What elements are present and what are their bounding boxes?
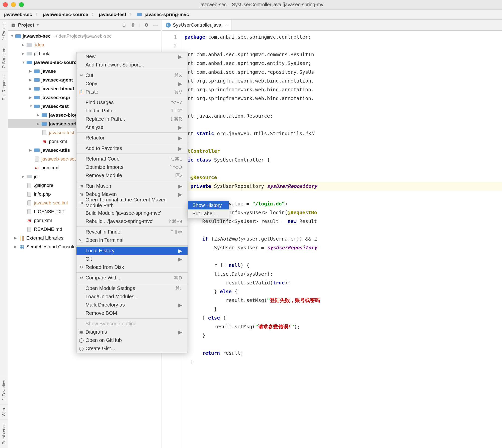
rail-structure[interactable]: 7: Structure [0, 44, 8, 72]
dropdown-icon[interactable]: ▼ [36, 23, 39, 27]
menu-item[interactable]: Reformat Code⌥⌘L [76, 155, 188, 163]
crumb-sep: 〉 [35, 11, 40, 18]
tab-label: SysUserController.java [173, 22, 221, 28]
menu-item[interactable]: Open Module Settings⌘↓ [76, 284, 188, 292]
menu-shortcut: ⌃⇧⇄ [170, 229, 182, 235]
code-area[interactable]: package com.anbai.sec.springmvc.controll… [181, 31, 502, 448]
project-header: ▦ Project ▼ ⊕ ⇵ | ⚙ — [8, 20, 161, 31]
menu-item-label: Rebuild ...'javasec-spring-mvc' [86, 218, 153, 224]
menu-item-label: Refactor [86, 135, 105, 141]
menu-item-icon: m [78, 192, 84, 197]
menu-item-icon: ◯ [78, 346, 84, 351]
tree-item[interactable]: ▶.idea [8, 40, 161, 49]
rail-web[interactable]: Web [0, 404, 8, 420]
context-menu[interactable]: New▶Add Framework Support...✂Cut⌘XCopy▶📋… [76, 52, 188, 353]
crumb-0[interactable]: javaweb-sec [4, 12, 32, 17]
editor-panel: C SysUserController.java × 12 package co… [162, 20, 502, 448]
menu-item[interactable]: ✂Cut⌘X [76, 71, 188, 80]
project-view-icon[interactable]: ▦ [11, 22, 16, 28]
rail-pull-requests[interactable]: Pull Requests [0, 72, 8, 104]
menu-item-label: Compare With... [86, 275, 122, 281]
menu-item[interactable]: Copy▶ [76, 80, 188, 88]
zoom-button[interactable] [19, 2, 24, 7]
menu-item[interactable]: Analyze▶ [76, 123, 188, 131]
close-button[interactable] [3, 2, 8, 7]
menu-item[interactable]: Optimize Imports⌃⌥O [76, 163, 188, 171]
collapse-all-icon[interactable]: ⇵ [130, 22, 136, 28]
menu-item[interactable]: Find in Path...⇧⌘F [76, 107, 188, 115]
breadcrumb[interactable]: javaweb-sec〉 javaweb-sec-source〉 javasec… [0, 10, 502, 20]
menu-item-label: Reformat Code [86, 156, 120, 162]
minimize-button[interactable] [11, 2, 16, 7]
rail-persistence[interactable]: Persistence [0, 420, 8, 448]
menu-item[interactable]: ◯Open on GitHub [76, 336, 188, 344]
hide-icon[interactable]: — [153, 22, 158, 28]
menu-item[interactable]: Replace in Path...⇧⌘R [76, 115, 188, 123]
menu-item-label: Paste [86, 89, 98, 95]
menu-separator [76, 132, 188, 133]
submenu-arrow-icon: ▶ [178, 145, 182, 152]
local-history-submenu[interactable]: Show HistoryPut Label... [188, 201, 229, 218]
menu-shortcut: ⌘X [174, 72, 182, 78]
folder-icon [137, 13, 142, 16]
left-tool-rail: 1: Project 7: Structure Pull Requests 2:… [0, 20, 8, 448]
tree-root[interactable]: ▼javaweb-sec~/IdeaProjects/javaweb-sec [8, 32, 161, 40]
menu-item[interactable]: Find Usages⌥F7 [76, 98, 188, 107]
menu-item[interactable]: mOpen Terminal at the Current Maven Modu… [76, 198, 188, 207]
menu-item[interactable]: Remove BOM [76, 309, 188, 317]
menu-separator [76, 245, 188, 246]
rail-favorites[interactable]: 2: Favorites [0, 376, 8, 404]
menu-item[interactable]: Rebuild ...'javasec-spring-mvc'⇧⌘F9 [76, 217, 188, 226]
rail-project[interactable]: 1: Project [0, 20, 8, 44]
menu-item[interactable]: Local History▶ [76, 247, 188, 255]
class-icon: C [166, 23, 171, 28]
menu-item[interactable]: New▶ [76, 52, 188, 61]
menu-item[interactable]: ↻Reload from Disk [76, 263, 188, 271]
submenu-arrow-icon: ▶ [178, 124, 182, 130]
menu-item[interactable]: Git▶ [76, 255, 188, 263]
menu-item-label: Open Terminal at the Current Maven Modul… [86, 197, 182, 208]
editor-tab[interactable]: C SysUserController.java × [162, 20, 231, 30]
menu-item-label: Add to Favorites [86, 145, 122, 151]
menu-item-label: Find Usages [86, 100, 114, 105]
locate-icon[interactable]: ⊕ [121, 22, 127, 28]
window-title: javaweb-sec – SysUserController.java [ja… [24, 2, 499, 8]
menu-item[interactable]: Mark Directory as▶ [76, 301, 188, 309]
gear-icon[interactable]: ⚙ [144, 22, 149, 28]
menu-item[interactable]: Build Module 'javasec-spring-mvc' [76, 209, 188, 217]
submenu-arrow-icon: ▶ [178, 135, 182, 141]
menu-item[interactable]: ⇄Compare With...⌘D [76, 274, 188, 282]
menu-shortcut: ⌘V [174, 89, 182, 95]
menu-item[interactable]: Add Framework Support... [76, 61, 188, 69]
crumb-2[interactable]: javasec-test [99, 12, 126, 17]
menu-item-label: Run Maven [86, 183, 111, 189]
menu-separator [76, 283, 188, 283]
menu-item-label: Git [86, 256, 92, 262]
crumb-sep: 〉 [129, 11, 134, 18]
menu-item[interactable]: Load/Unload Modules... [76, 292, 188, 301]
menu-shortcut: ⌦ [175, 173, 182, 178]
crumb-3[interactable]: javasec-spring-mvc [144, 12, 189, 17]
menu-item[interactable]: ◯Create Gist... [76, 344, 188, 353]
menu-item[interactable]: Remove Module⌦ [76, 171, 188, 180]
submenu-arrow-icon: ▶ [178, 81, 182, 87]
submenu-item[interactable]: Show History [188, 201, 229, 209]
submenu-item[interactable]: Put Label... [188, 209, 229, 218]
traffic-lights [3, 2, 24, 7]
crumb-1[interactable]: javaweb-sec-source [43, 12, 88, 17]
menu-item[interactable]: >_Open in Terminal [76, 236, 188, 244]
close-icon[interactable]: × [225, 23, 228, 28]
menu-item-label: Create Gist... [86, 346, 115, 351]
menu-item[interactable]: mRun Maven▶ [76, 182, 188, 190]
menu-item[interactable]: 📋Paste⌘V [76, 88, 188, 96]
menu-item[interactable]: ▦Diagrams▶ [76, 328, 188, 336]
menu-item[interactable]: Reveal in Finder⌃⇧⇄ [76, 228, 188, 236]
menu-separator [76, 318, 188, 319]
menu-item-label: Find in Path... [86, 108, 116, 114]
submenu-arrow-icon: ▶ [178, 329, 182, 335]
menu-item[interactable]: Refactor▶ [76, 134, 188, 142]
menu-item-label: Optimize Imports [86, 164, 123, 170]
project-header-label[interactable]: Project [18, 22, 34, 28]
menu-item[interactable]: Add to Favorites▶ [76, 144, 188, 153]
menu-item-label: Cut [86, 72, 93, 78]
